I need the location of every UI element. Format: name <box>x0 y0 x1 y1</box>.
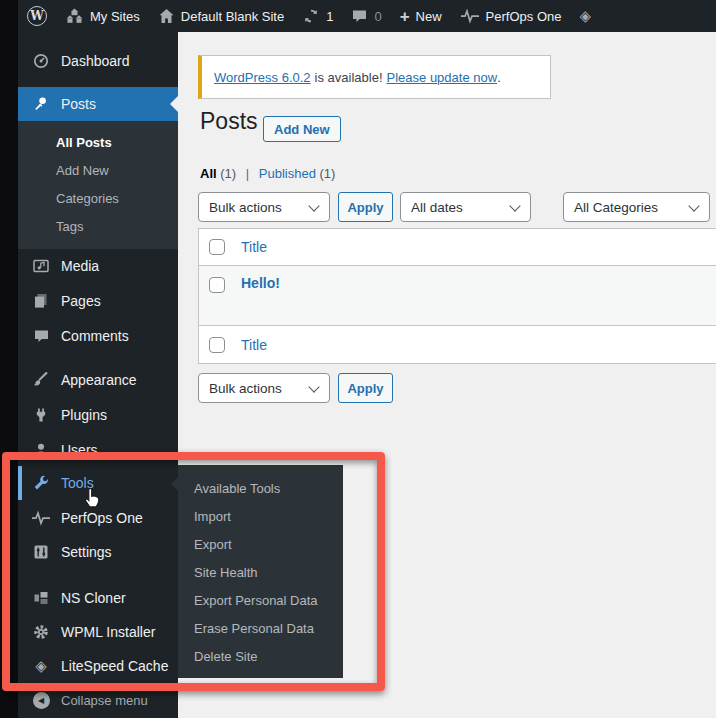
apply-button-bottom[interactable]: Apply <box>338 373 393 403</box>
admin-sidebar: Dashboard Posts All Posts Add New Catego… <box>18 32 178 718</box>
sidebar-item-users[interactable]: Users <box>18 433 178 467</box>
site-name-menu[interactable]: Default Blank Site <box>149 0 293 32</box>
view-published-link[interactable]: Published <box>259 166 316 181</box>
collapse-menu-button[interactable]: ◀ Collapse menu <box>18 686 178 714</box>
sidebar-label: Pages <box>61 293 101 309</box>
pulse-icon <box>460 8 480 24</box>
flyout-item-site-health[interactable]: Site Health <box>178 559 343 587</box>
posts-table: Title Hello! Title <box>198 228 716 364</box>
all-categories-select[interactable]: All Categories <box>563 192 710 222</box>
plugin-icon <box>30 407 52 423</box>
flyout-item-delete-site[interactable]: Delete Site <box>178 643 343 671</box>
table-header-row: Title <box>199 229 716 266</box>
notice-text: is available! <box>315 70 383 85</box>
sidebar-item-settings[interactable]: Settings <box>18 535 178 569</box>
new-label: New <box>416 9 442 24</box>
my-sites-menu[interactable]: My Sites <box>56 0 149 32</box>
media-icon <box>30 258 52 274</box>
perfops-one-menu[interactable]: PerfOps One <box>451 0 571 32</box>
sidebar-label: NS Cloner <box>61 590 126 606</box>
bulk-actions-select[interactable]: Bulk actions <box>198 192 330 222</box>
litespeed-admin-menu[interactable]: ◈ <box>570 0 600 32</box>
sidebar-label: Appearance <box>61 372 137 388</box>
sidebar-item-dashboard[interactable]: Dashboard <box>18 44 178 78</box>
pulse-icon <box>30 510 52 526</box>
wordpress-logo-menu[interactable]: W <box>18 0 56 32</box>
collapse-menu-label: Collapse menu <box>61 693 148 708</box>
update-count: 1 <box>326 9 333 24</box>
wrench-icon <box>30 475 52 491</box>
apply-button[interactable]: Apply <box>338 192 393 222</box>
users-icon <box>30 442 52 458</box>
sidebar-item-ns-cloner[interactable]: NS Cloner <box>18 581 178 615</box>
sidebar-item-tools[interactable]: Tools <box>18 466 178 500</box>
sidebar-label: Plugins <box>61 407 107 423</box>
flyout-item-erase-personal-data[interactable]: Erase Personal Data <box>178 615 343 643</box>
sidebar-label: Settings <box>61 544 112 560</box>
plus-icon: + <box>400 8 410 25</box>
update-now-link[interactable]: Please update now <box>387 70 498 85</box>
comment-bubble-icon <box>351 8 368 24</box>
page-title: Posts <box>200 106 258 136</box>
window-edge-strip <box>0 0 18 718</box>
wordpress-logo-icon: W <box>27 6 47 26</box>
new-content-menu[interactable]: + New <box>391 0 451 32</box>
wordpress-version-link[interactable]: WordPress 6.0.2 <box>214 70 311 85</box>
select-all-checkbox[interactable] <box>209 239 225 255</box>
submenu-item-categories[interactable]: Categories <box>18 185 178 213</box>
post-title-link[interactable]: Hello! <box>241 275 280 291</box>
view-all-count: (1) <box>220 166 236 181</box>
sidebar-label: Media <box>61 258 99 274</box>
sidebar-item-media[interactable]: Media <box>18 249 178 283</box>
view-all-link[interactable]: All <box>200 166 217 181</box>
select-all-checkbox-bottom[interactable] <box>209 337 225 353</box>
comment-count: 0 <box>374 9 381 24</box>
notice-period: . <box>497 70 501 85</box>
my-sites-label: My Sites <box>90 9 140 24</box>
perfops-label: PerfOps One <box>486 9 562 24</box>
sidebar-label: Posts <box>61 96 96 112</box>
add-new-button[interactable]: Add New <box>263 116 341 142</box>
table-footer-row: Title <box>199 326 716 363</box>
site-name-label: Default Blank Site <box>181 9 284 24</box>
posts-submenu: All Posts Add New Categories Tags <box>18 121 178 249</box>
litespeed-diamond-icon: ◈ <box>30 657 52 675</box>
sidebar-item-litespeed-cache[interactable]: ◈ LiteSpeed Cache <box>18 649 178 683</box>
view-separator: | <box>246 166 249 181</box>
submenu-item-all-posts[interactable]: All Posts <box>18 129 178 157</box>
comments-menu[interactable]: 0 <box>342 0 390 32</box>
sidebar-label: Dashboard <box>61 53 130 69</box>
flyout-item-available-tools[interactable]: Available Tools <box>178 475 343 503</box>
admin-bar: W My Sites Default Blank Site <box>18 0 716 32</box>
home-icon <box>158 8 175 24</box>
sidebar-item-posts[interactable]: Posts <box>18 87 178 121</box>
paintbrush-icon <box>30 372 52 388</box>
sidebar-item-pages[interactable]: Pages <box>18 284 178 318</box>
sidebar-item-wpml-installer[interactable]: WPML Installer <box>18 615 178 649</box>
gear-icon <box>30 624 52 640</box>
flyout-item-export-personal-data[interactable]: Export Personal Data <box>178 587 343 615</box>
submenu-item-tags[interactable]: Tags <box>18 213 178 241</box>
sidebar-item-perfops-one[interactable]: PerfOps One <box>18 501 178 535</box>
sidebar-label: WPML Installer <box>61 624 155 640</box>
flyout-item-import[interactable]: Import <box>178 503 343 531</box>
wordpress-admin-screen: W My Sites Default Blank Site <box>0 0 716 718</box>
settings-sliders-icon <box>30 544 52 560</box>
flyout-item-export[interactable]: Export <box>178 531 343 559</box>
view-filter-links: All (1) | Published (1) <box>200 166 335 181</box>
submenu-item-add-new[interactable]: Add New <box>18 157 178 185</box>
all-dates-select[interactable]: All dates <box>400 192 531 222</box>
row-checkbox[interactable] <box>209 277 225 293</box>
sidebar-item-appearance[interactable]: Appearance <box>18 363 178 397</box>
dashboard-icon <box>30 53 52 69</box>
sidebar-label: Comments <box>61 328 129 344</box>
sidebar-item-plugins[interactable]: Plugins <box>18 398 178 432</box>
sidebar-item-comments[interactable]: Comments <box>18 319 178 353</box>
bulk-actions-select-bottom[interactable]: Bulk actions <box>198 373 330 403</box>
sidebar-label: Tools <box>61 475 94 491</box>
title-column-header[interactable]: Title <box>241 239 267 255</box>
sidebar-label: Users <box>61 442 98 458</box>
updates-menu[interactable]: 1 <box>293 0 342 32</box>
pages-icon <box>30 293 52 309</box>
title-column-footer[interactable]: Title <box>241 337 267 353</box>
